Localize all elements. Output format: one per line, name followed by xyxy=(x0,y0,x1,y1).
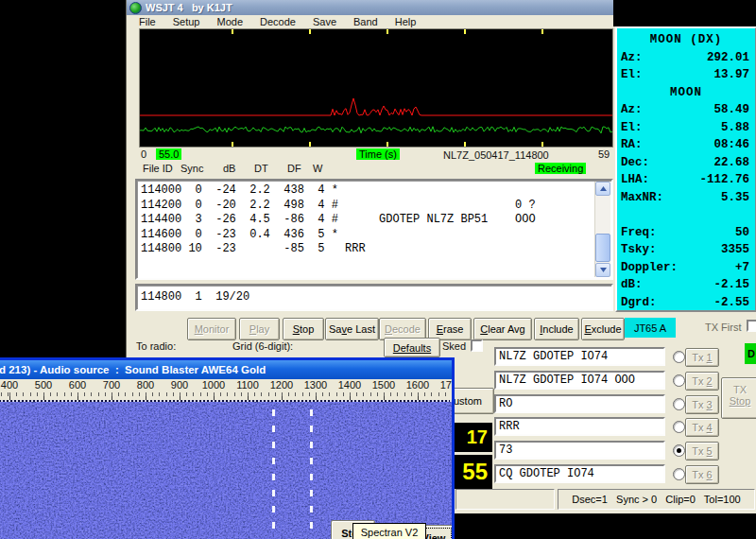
menu-mode[interactable]: Mode xyxy=(208,16,251,27)
astro-row-freq: Freq:50 xyxy=(617,224,755,242)
spectran-titlebar[interactable]: d 213) - Audio source : Sound Blaster AW… xyxy=(0,360,452,379)
menu-setup[interactable]: Setup xyxy=(164,16,209,27)
spectran-window: d 213) - Audio source : Sound Blaster AW… xyxy=(0,357,455,539)
status-panel-right: Dsec=1 Sync > 0 Clip=0 Tol=100 xyxy=(558,489,755,510)
decode-line: 114600 0 -23 0.4 436 5 * xyxy=(141,228,593,243)
tx-message-field-1[interactable]: NL7Z GDOTEP IO74 xyxy=(494,347,665,366)
include-button[interactable]: Include xyxy=(534,318,579,340)
ruler-label-1200: 1200 xyxy=(266,379,298,391)
waterfall-noise xyxy=(0,402,452,539)
monitor-button: Monitor xyxy=(187,318,236,340)
average-text-area[interactable]: 114800 1 19/20 xyxy=(135,284,613,311)
astro-row-el: El:13.97 xyxy=(617,66,755,84)
sync-tone-line-2 xyxy=(310,409,313,532)
tx4-button[interactable]: Tx 4 xyxy=(685,418,719,437)
wsjt-title: WSJT 4 by K1JT xyxy=(146,2,232,13)
scroll-down-icon[interactable] xyxy=(595,263,610,277)
partial-green-button[interactable]: D xyxy=(745,343,756,364)
average-line: 114800 1 19/20 xyxy=(141,290,249,304)
tx-message-field-6[interactable]: CQ GDOTEP IO74 xyxy=(494,464,665,483)
astro-row-dec: Dec:22.68 xyxy=(617,154,755,172)
decode-col-w: W xyxy=(313,163,322,174)
time-tick xyxy=(541,142,543,147)
ruler-label-900: 900 xyxy=(163,379,196,391)
wsjt-app-icon xyxy=(129,2,142,14)
astro-panel: MOON (DX)Az:292.01El:13.97MOONAz:58.49El… xyxy=(615,26,756,312)
menu-save[interactable]: Save xyxy=(304,16,345,27)
file-name-label: NL7Z_050417_114800 xyxy=(443,149,549,161)
decode-scrollbar[interactable] xyxy=(594,182,610,277)
tx-radio-3[interactable] xyxy=(673,398,685,410)
tx-message-area: NL7Z GDOTEP IO74Tx 1NL7Z GDOTEP IO74 OOO… xyxy=(494,347,756,489)
desktop: WSJT 4 by K1JT FileSetupModeDecodeSaveBa… xyxy=(0,0,756,539)
tx6-button[interactable]: Tx 6 xyxy=(685,465,719,484)
sync-tone-line-1 xyxy=(272,409,275,532)
astro-section-title: MOON xyxy=(617,84,755,102)
tx-message-field-5[interactable]: 73 xyxy=(494,441,665,460)
astro-row-ra: RA:08:46 xyxy=(617,136,755,154)
tx2-button[interactable]: Tx 2 xyxy=(685,372,719,391)
scroll-up-icon[interactable] xyxy=(595,182,610,196)
waterfall-display[interactable]: Stop View Spectran V2 xyxy=(0,400,452,539)
menu-decode[interactable]: Decode xyxy=(251,16,304,27)
ruler-label-500: 500 xyxy=(27,379,60,391)
astro-row-db: dB:-2.15 xyxy=(617,276,755,294)
tx-stop-button[interactable]: TX Stop xyxy=(721,377,756,419)
tx-first-checkbox[interactable] xyxy=(747,320,756,332)
defaults-button[interactable]: Defaults xyxy=(384,338,440,357)
tx-stop-line2: Stop xyxy=(722,395,756,407)
exclude-button[interactable]: Exclude xyxy=(581,318,625,340)
astro-section-title: MOON (DX) xyxy=(617,31,755,49)
time-tick xyxy=(464,29,466,34)
astro-row-doppler: Doppler:+7 xyxy=(617,259,755,277)
receiving-badge: Receiving xyxy=(535,163,586,174)
tx-message-field-3[interactable]: RO xyxy=(494,394,665,413)
time-axis-label: Time (s) xyxy=(356,148,400,160)
menu-file[interactable]: File xyxy=(130,16,164,27)
spectrum-graph xyxy=(139,28,613,148)
decode-col-file-id: File ID xyxy=(143,163,173,174)
wsjt-titlebar[interactable]: WSJT 4 by K1JT xyxy=(127,0,613,15)
minor-ticks xyxy=(0,392,452,396)
decode-col-sync: Sync xyxy=(180,163,203,174)
time-tick xyxy=(387,29,388,34)
sked-checkbox[interactable] xyxy=(471,339,483,352)
decode-line: 114200 0 -20 2.2 498 4 # 0 ? xyxy=(141,199,593,214)
ruler-label-1500: 1500 xyxy=(368,379,400,391)
menu-band[interactable]: Band xyxy=(345,16,387,27)
decode-line: 114000 0 -24 2.2 438 4 * xyxy=(141,183,593,199)
time-tick xyxy=(541,29,543,34)
tx-radio-1[interactable] xyxy=(673,351,685,363)
decode-lines: 114000 0 -24 2.2 438 4 *114200 0 -20 2.2… xyxy=(141,183,593,276)
decode-line: 114400 3 -26 4.5 -86 4 # GDOTEP NL7Z BP5… xyxy=(141,213,593,228)
ruler-label-1300: 1300 xyxy=(300,379,332,391)
decode-text-area[interactable]: 114000 0 -24 2.2 438 4 *114200 0 -20 2.2… xyxy=(135,179,613,280)
tx-message-field-4[interactable]: RRR xyxy=(494,417,665,436)
menu-help[interactable]: Help xyxy=(387,16,425,27)
ruler-label-800: 800 xyxy=(129,379,162,391)
tx-radio-4[interactable] xyxy=(673,421,685,433)
tx5-button[interactable]: Tx 5 xyxy=(685,442,719,461)
tx-message-field-2[interactable]: NL7Z GDOTEP IO74 OOO xyxy=(494,371,665,390)
decode-col-df: DF xyxy=(287,163,301,174)
grid-label: Grid (6-digit): xyxy=(232,340,293,352)
save-last-button[interactable]: Save Last xyxy=(325,318,379,340)
astro-row-az: Az:292.01 xyxy=(617,49,755,67)
ruler-label-700: 700 xyxy=(95,379,128,391)
ruler-label-600: 600 xyxy=(61,379,94,391)
scrollbar-thumb[interactable] xyxy=(595,234,610,262)
tx-radio-5[interactable] xyxy=(673,444,685,457)
menu-bar: FileSetupModeDecodeSaveBandHelp xyxy=(127,15,613,28)
tx3-button[interactable]: Tx 3 xyxy=(685,395,719,414)
clear-avg-button[interactable]: Clear Avg xyxy=(473,318,532,340)
tx1-button[interactable]: Tx 1 xyxy=(685,348,719,367)
ruler-label-1100: 1100 xyxy=(232,379,264,391)
graph-x-end: 59 xyxy=(598,148,610,160)
tx-radio-6[interactable] xyxy=(673,468,685,480)
spectran-tooltip: Spectran V2 xyxy=(352,523,426,539)
desktop-corner xyxy=(613,0,756,26)
stop-button[interactable]: Stop xyxy=(283,318,324,340)
tx-radio-2[interactable] xyxy=(673,374,685,387)
astro-spacer xyxy=(617,206,755,224)
ruler-label-1600: 1600 xyxy=(402,379,434,391)
